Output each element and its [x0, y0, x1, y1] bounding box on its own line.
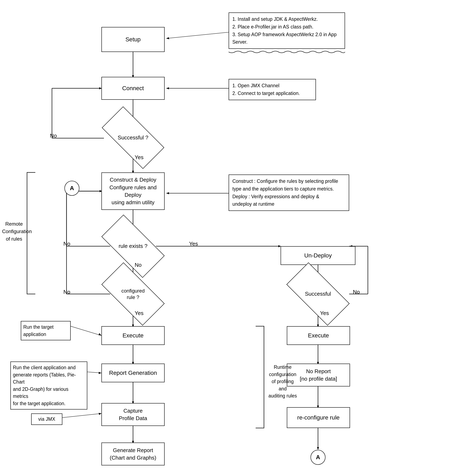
circle-a-top-label: A	[70, 185, 74, 192]
rule-exists-label: rule exists ?	[119, 243, 148, 250]
execute1-box: Execute	[102, 326, 165, 345]
svg-marker-51	[99, 333, 102, 336]
undeploy-box: Un-Deploy	[280, 246, 355, 265]
capture-profile-box: Capture Profile Data	[102, 403, 165, 426]
report-generation-box: Report Generation	[102, 364, 165, 382]
svg-marker-46	[166, 87, 169, 89]
connect-note-text: 1. Open JMX Channel 2. Connect to target…	[232, 83, 300, 96]
runtime-config-label: Runtime configuration of profiling and a…	[267, 364, 298, 400]
reconfigure-rule-box: re-configure rule	[287, 407, 350, 428]
successful1-diamond: Successful ?	[104, 123, 162, 153]
capture-profile-label: Capture Profile Data	[119, 407, 147, 422]
no2b-label: No	[135, 262, 141, 268]
execute2-label: Execute	[308, 332, 329, 339]
no2-label: No	[63, 241, 70, 247]
setup-label: Setup	[125, 36, 140, 43]
via-jmx-note-text: via JMX	[38, 416, 55, 422]
connect-note: 1. Open JMX Channel 2. Connect to target…	[229, 79, 316, 100]
report-generation-label: Report Generation	[109, 369, 157, 377]
configured-rule-diamond: configured rule ?	[104, 278, 162, 310]
reconfigure-rule-label: re-configure rule	[297, 414, 340, 421]
svg-marker-55	[99, 413, 102, 415]
client-report-note: Run the client application and generate …	[10, 361, 87, 409]
via-jmx-note: via JMX	[31, 413, 62, 425]
svg-line-54	[62, 413, 102, 418]
setup-box: Setup	[102, 27, 165, 52]
svg-line-52	[87, 372, 102, 373]
circle-a-bottom-label: A	[316, 454, 320, 461]
remote-config-label: Remote Configuration of rules	[2, 220, 26, 243]
construct-deploy-label: Construct & Deploy Configure rules and D…	[102, 176, 164, 206]
successful2-diamond: Successful	[289, 278, 347, 310]
construct-note: Construct : Configure the rules by selec…	[229, 174, 349, 211]
yes4-label: Yes	[320, 310, 329, 316]
yes2-label: Yes	[189, 241, 198, 247]
construct-deploy-box: Construct & Deploy Configure rules and D…	[102, 172, 165, 210]
circle-a-bottom: A	[311, 450, 326, 465]
no4-label: No	[353, 289, 360, 295]
svg-marker-57	[166, 37, 169, 39]
no1-label: No	[50, 133, 57, 139]
svg-marker-44	[317, 447, 319, 450]
circle-a-top: A	[64, 181, 79, 196]
execute2-box: Execute	[287, 326, 350, 345]
yes1-label: Yes	[135, 154, 143, 161]
generate-report-label: Generate Report (Chart and Graphs)	[110, 446, 156, 462]
generate-report-box: Generate Report (Chart and Graphs)	[102, 442, 165, 465]
svg-marker-53	[99, 372, 102, 374]
successful2-label: Successful	[305, 290, 331, 298]
run-target-note: Run the target application	[21, 321, 71, 340]
configured-rule-label: configured rule ?	[121, 288, 145, 300]
undeploy-label: Un-Deploy	[304, 252, 332, 259]
yes3-label: Yes	[135, 310, 143, 316]
client-report-note-text: Run the client application and generate …	[13, 365, 76, 406]
svg-marker-49	[166, 192, 169, 194]
execute1-label: Execute	[122, 332, 143, 339]
successful1-label: Successful ?	[118, 134, 148, 141]
no-report-label: No Report [no profile data]	[300, 368, 337, 383]
connect-box: Connect	[102, 77, 165, 100]
setup-note: 1. Install and setup JDK & AspectWerkz. …	[229, 13, 345, 49]
no3-label: No	[63, 289, 70, 295]
construct-note-text: Construct : Configure the rules by selec…	[232, 178, 338, 207]
svg-line-56	[166, 32, 229, 38]
run-target-note-text: Run the target application	[23, 324, 54, 337]
connect-label: Connect	[122, 85, 144, 92]
rule-exists-diamond: rule exists ?	[104, 231, 162, 262]
setup-note-text: 1. Install and setup JDK & AspectWerkz. …	[232, 17, 337, 45]
diagram-container: Setup Connect Successful ? No Yes A Cons…	[0, 0, 472, 476]
svg-line-50	[71, 326, 102, 336]
